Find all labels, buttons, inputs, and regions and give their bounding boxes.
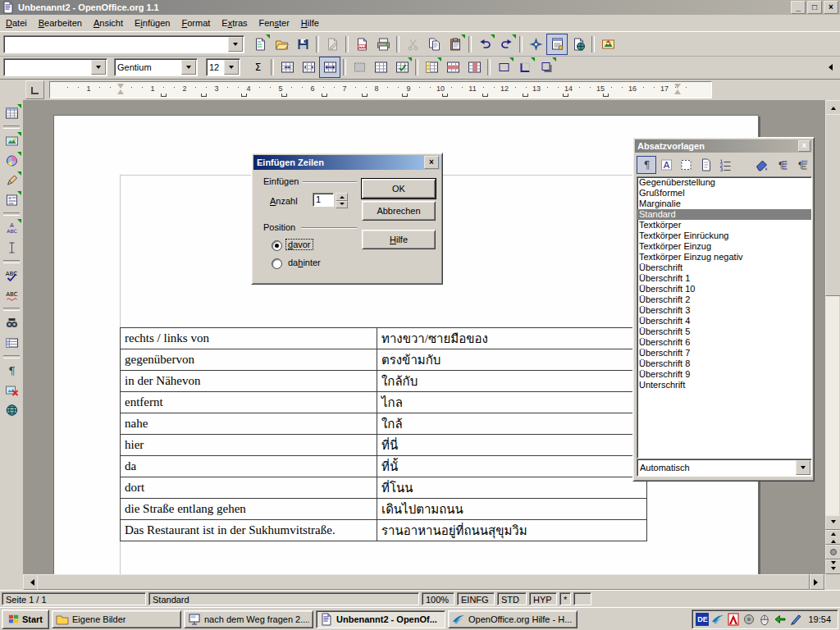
status-selection-mode[interactable]: STD <box>497 592 527 605</box>
insert-cells-icon[interactable] <box>421 57 442 78</box>
cancel-button[interactable]: Abbrechen <box>362 201 436 221</box>
cell-thai[interactable]: รานอาหานอยู่ที่ถนนสุขุมวิม <box>377 520 647 541</box>
character-styles-icon[interactable]: A <box>656 156 676 174</box>
frame-styles-icon[interactable] <box>676 156 696 174</box>
delete-row-icon[interactable] <box>442 57 463 78</box>
paste-icon[interactable] <box>445 34 466 55</box>
status-extra[interactable] <box>573 592 591 605</box>
menu-hilfe[interactable]: Hilfe <box>295 16 325 30</box>
cell-german[interactable]: in der Nähevon <box>121 371 377 392</box>
status-insert-mode[interactable]: EINFG <box>457 592 495 605</box>
new-style-from-selection-icon[interactable]: ¶ <box>771 156 791 174</box>
style-list-item[interactable]: Unterschrift <box>637 380 811 390</box>
background-icon[interactable] <box>349 57 370 78</box>
update-style-icon[interactable]: ¶ <box>791 156 810 174</box>
taskbar-task-2[interactable]: nach dem Weg fragen 2.... <box>184 610 313 628</box>
sum-icon[interactable]: Σ <box>247 57 268 78</box>
start-button[interactable]: Start <box>2 609 49 629</box>
status-modified[interactable]: * <box>559 592 571 605</box>
cell-german[interactable]: rechts / links von <box>121 328 377 349</box>
hscroll-thumb[interactable] <box>37 574 810 590</box>
cell-thai[interactable]: ใกล้ <box>377 413 647 435</box>
document-table[interactable]: rechts / links vonทางขวา/ซายมือของgegenü… <box>120 327 647 541</box>
nonprinting-characters-icon[interactable]: ¶ <box>2 361 22 381</box>
page-styles-icon[interactable] <box>696 156 715 174</box>
cell-thai[interactable]: ที่โนน <box>377 477 647 499</box>
menu-extras[interactable]: Extras <box>216 16 253 30</box>
spellcheck-icon[interactable]: ABC <box>2 266 22 285</box>
font-size-dropdown-button[interactable] <box>224 60 239 75</box>
pen-tablet-tray-icon[interactable] <box>789 613 802 626</box>
style-list-item[interactable]: Standard <box>637 209 811 220</box>
graphics-onoff-icon[interactable] <box>2 381 22 400</box>
menu-format[interactable]: Format <box>176 16 216 30</box>
dialog-title-bar[interactable]: Einfügen Zeilen × <box>253 155 441 170</box>
close-button[interactable]: × <box>824 1 838 14</box>
usb-remove-tray-icon[interactable] <box>774 613 787 626</box>
style-list-item[interactable]: Überschrift 1 <box>637 273 811 284</box>
style-list-item[interactable]: Überschrift 7 <box>637 348 811 358</box>
cell-german[interactable]: hier <box>121 435 377 456</box>
online-layout-icon[interactable] <box>2 400 22 420</box>
status-paragraph-style[interactable]: Standard <box>148 592 419 605</box>
insert-table-icon[interactable] <box>2 103 22 123</box>
insert-object-icon[interactable] <box>2 151 22 171</box>
autotext-icon[interactable]: AABC <box>2 218 22 238</box>
taskbar-task-3[interactable]: Unbenannt2 - OpenOf... <box>316 610 445 628</box>
navigation-button[interactable] <box>825 545 840 559</box>
style-list-item[interactable]: Textkörper Einzug negativ <box>637 252 811 262</box>
copy-icon[interactable] <box>423 34 445 55</box>
scroll-right-button[interactable] <box>810 574 824 590</box>
style-filter-dropdown-button[interactable] <box>796 460 810 475</box>
toolbar-overflow-button[interactable] <box>821 57 838 78</box>
url-dropdown-button[interactable] <box>228 37 243 52</box>
numbering-styles-icon[interactable]: 123 <box>715 156 735 174</box>
delete-column-icon[interactable] <box>463 57 485 78</box>
cell-german[interactable]: die Straße entlang gehen <box>121 499 377 520</box>
font-dropdown-button[interactable] <box>181 60 196 75</box>
insert-graphic-icon[interactable] <box>2 131 22 151</box>
stylist-title-bar[interactable]: Absatzvorlagen × <box>635 139 812 153</box>
form-functions-icon[interactable] <box>2 190 22 210</box>
style-dropdown-button[interactable] <box>91 60 106 75</box>
minimize-button[interactable]: _ <box>791 1 806 14</box>
radio-dahinter-label[interactable]: dahinter <box>286 258 322 267</box>
border-style-icon[interactable] <box>391 57 413 78</box>
ok-button[interactable]: OK <box>362 179 436 199</box>
cell-german[interactable]: dort <box>121 477 377 499</box>
radio-davor-label[interactable]: davor <box>286 240 313 249</box>
style-list-item[interactable]: Überschrift 8 <box>637 358 811 369</box>
stylist-icon[interactable] <box>546 34 568 55</box>
font-name-combobox[interactable]: Gentium <box>114 58 198 76</box>
cell-german[interactable]: gegenübervon <box>121 349 377 371</box>
spin-down-button[interactable] <box>336 201 348 208</box>
find-replace-icon[interactable] <box>2 313 22 333</box>
cell-thai[interactable]: ทางขวา/ซายมือของ <box>377 328 647 349</box>
dialog-close-button[interactable]: × <box>424 156 439 169</box>
previous-page-button[interactable] <box>825 530 840 545</box>
optimize-icon[interactable] <box>319 57 340 78</box>
menu-fenster[interactable]: Fenster <box>253 16 295 30</box>
spin-up-button[interactable] <box>336 193 348 201</box>
antivir-tray-icon[interactable] <box>727 613 740 626</box>
print-direct-icon[interactable] <box>372 34 394 55</box>
style-list[interactable]: GegenüberstellungGrußformelMarginalieSta… <box>637 176 812 459</box>
cell-thai[interactable]: ที่นั้ <box>377 456 647 477</box>
menu-bearbeiten[interactable]: Bearbeiten <box>33 16 88 30</box>
taskbar-task-4[interactable]: OpenOffice.org Hilfe - H... <box>448 610 578 628</box>
style-list-item[interactable]: Grußformel <box>637 188 811 199</box>
split-cells-icon[interactable] <box>298 57 319 78</box>
navigator-icon[interactable] <box>525 34 546 55</box>
radio-davor[interactable] <box>272 240 282 251</box>
style-list-item[interactable]: Überschrift 10 <box>637 284 811 294</box>
frame-border-icon[interactable] <box>493 57 514 78</box>
scroll-up-button[interactable] <box>825 100 840 115</box>
taskbar-task-1[interactable]: Eigene Bilder <box>52 610 181 628</box>
help-button[interactable]: Hilfe <box>362 230 436 249</box>
borders-icon[interactable] <box>370 57 391 78</box>
language-indicator[interactable]: DE <box>696 613 709 626</box>
horizontal-ruler[interactable]: 11234567891011121314151617 <box>49 81 712 98</box>
hyperlink-dialog-icon[interactable] <box>568 34 589 55</box>
style-list-item[interactable]: Textkörper <box>637 220 811 231</box>
merge-cells-icon[interactable] <box>276 57 298 78</box>
